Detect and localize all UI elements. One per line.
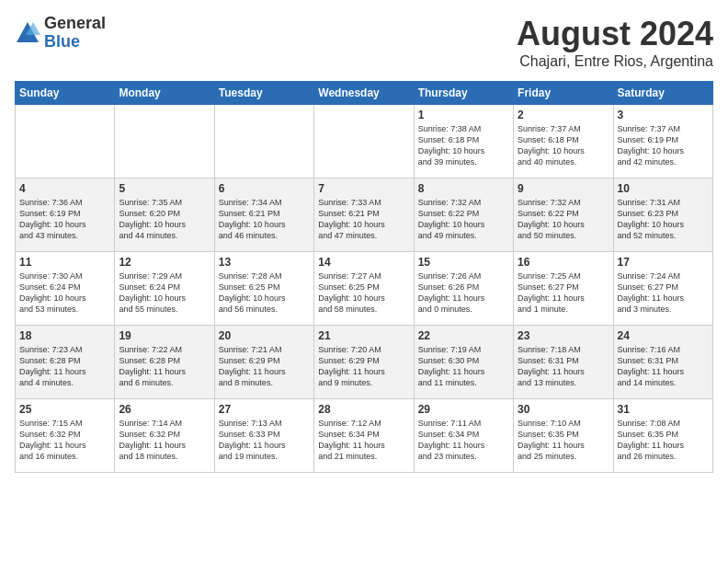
calendar-cell: 5Sunrise: 7:35 AM Sunset: 6:20 PM Daylig… bbox=[115, 178, 214, 252]
day-number: 25 bbox=[19, 403, 110, 416]
calendar-cell: 2Sunrise: 7:37 AM Sunset: 6:18 PM Daylig… bbox=[514, 105, 613, 178]
day-number: 9 bbox=[518, 182, 609, 195]
day-number: 1 bbox=[418, 109, 509, 121]
weekday-header-monday: Monday bbox=[115, 82, 214, 105]
day-number: 31 bbox=[618, 403, 709, 416]
calendar-cell bbox=[16, 105, 115, 178]
day-number: 26 bbox=[119, 403, 210, 416]
calendar-cell bbox=[115, 105, 214, 178]
cell-content: Sunrise: 7:20 AM Sunset: 6:29 PM Dayligh… bbox=[318, 344, 409, 389]
day-number: 28 bbox=[318, 403, 409, 416]
cell-content: Sunrise: 7:26 AM Sunset: 6:26 PM Dayligh… bbox=[418, 270, 509, 316]
weekday-header-thursday: Thursday bbox=[414, 82, 513, 105]
weekday-header-sunday: Sunday bbox=[16, 82, 115, 105]
calendar-cell: 27Sunrise: 7:13 AM Sunset: 6:33 PM Dayli… bbox=[214, 399, 313, 473]
cell-content: Sunrise: 7:12 AM Sunset: 6:34 PM Dayligh… bbox=[318, 418, 409, 463]
cell-content: Sunrise: 7:28 AM Sunset: 6:25 PM Dayligh… bbox=[219, 270, 310, 316]
calendar-cell: 23Sunrise: 7:18 AM Sunset: 6:31 PM Dayli… bbox=[514, 326, 613, 399]
calendar-cell: 7Sunrise: 7:33 AM Sunset: 6:21 PM Daylig… bbox=[314, 178, 414, 252]
calendar-cell: 26Sunrise: 7:14 AM Sunset: 6:32 PM Dayli… bbox=[115, 399, 214, 473]
calendar-cell bbox=[214, 105, 313, 178]
calendar-cell: 12Sunrise: 7:29 AM Sunset: 6:24 PM Dayli… bbox=[115, 252, 214, 326]
cell-content: Sunrise: 7:22 AM Sunset: 6:28 PM Dayligh… bbox=[119, 344, 210, 389]
cell-content: Sunrise: 7:18 AM Sunset: 6:31 PM Dayligh… bbox=[518, 344, 609, 389]
page-header: General Blue August 2024 Chajari, Entre … bbox=[15, 15, 713, 70]
day-number: 16 bbox=[518, 256, 609, 269]
calendar-cell: 6Sunrise: 7:34 AM Sunset: 6:21 PM Daylig… bbox=[214, 178, 313, 252]
day-number: 8 bbox=[418, 182, 509, 195]
cell-content: Sunrise: 7:33 AM Sunset: 6:21 PM Dayligh… bbox=[318, 197, 409, 242]
cell-content: Sunrise: 7:15 AM Sunset: 6:32 PM Dayligh… bbox=[19, 418, 110, 463]
cell-content: Sunrise: 7:30 AM Sunset: 6:24 PM Dayligh… bbox=[19, 270, 110, 316]
calendar-cell: 11Sunrise: 7:30 AM Sunset: 6:24 PM Dayli… bbox=[16, 252, 115, 326]
logo: General Blue bbox=[15, 15, 106, 52]
day-number: 22 bbox=[418, 329, 509, 342]
day-number: 4 bbox=[19, 182, 110, 195]
calendar-cell: 18Sunrise: 7:23 AM Sunset: 6:28 PM Dayli… bbox=[16, 326, 115, 399]
calendar-cell: 31Sunrise: 7:08 AM Sunset: 6:35 PM Dayli… bbox=[613, 399, 712, 473]
calendar-cell: 30Sunrise: 7:10 AM Sunset: 6:35 PM Dayli… bbox=[514, 399, 613, 473]
calendar-cell: 4Sunrise: 7:36 AM Sunset: 6:19 PM Daylig… bbox=[16, 178, 115, 252]
cell-content: Sunrise: 7:13 AM Sunset: 6:33 PM Dayligh… bbox=[219, 418, 310, 463]
logo-blue: Blue bbox=[44, 33, 106, 52]
day-number: 14 bbox=[318, 256, 409, 269]
day-number: 15 bbox=[418, 256, 509, 269]
logo-general: General bbox=[44, 15, 106, 33]
cell-content: Sunrise: 7:36 AM Sunset: 6:19 PM Dayligh… bbox=[19, 197, 110, 242]
calendar-cell: 15Sunrise: 7:26 AM Sunset: 6:26 PM Dayli… bbox=[414, 252, 513, 326]
cell-content: Sunrise: 7:31 AM Sunset: 6:23 PM Dayligh… bbox=[618, 197, 709, 242]
day-number: 6 bbox=[219, 182, 310, 195]
calendar-week-row: 1Sunrise: 7:38 AM Sunset: 6:18 PM Daylig… bbox=[16, 105, 713, 178]
logo-icon bbox=[15, 20, 40, 46]
day-number: 24 bbox=[618, 329, 709, 342]
cell-content: Sunrise: 7:24 AM Sunset: 6:27 PM Dayligh… bbox=[618, 270, 709, 316]
cell-content: Sunrise: 7:14 AM Sunset: 6:32 PM Dayligh… bbox=[119, 418, 210, 463]
calendar-cell bbox=[314, 105, 414, 178]
month-title: August 2024 bbox=[517, 15, 713, 53]
day-number: 5 bbox=[119, 182, 210, 195]
day-number: 2 bbox=[518, 109, 609, 121]
cell-content: Sunrise: 7:16 AM Sunset: 6:31 PM Dayligh… bbox=[618, 344, 709, 389]
calendar-cell: 28Sunrise: 7:12 AM Sunset: 6:34 PM Dayli… bbox=[314, 399, 414, 473]
weekday-header-wednesday: Wednesday bbox=[314, 82, 414, 105]
calendar-cell: 22Sunrise: 7:19 AM Sunset: 6:30 PM Dayli… bbox=[414, 326, 513, 399]
calendar-cell: 16Sunrise: 7:25 AM Sunset: 6:27 PM Dayli… bbox=[514, 252, 613, 326]
day-number: 20 bbox=[219, 329, 310, 342]
calendar-cell: 9Sunrise: 7:32 AM Sunset: 6:22 PM Daylig… bbox=[514, 178, 613, 252]
day-number: 12 bbox=[119, 256, 210, 269]
calendar-cell: 8Sunrise: 7:32 AM Sunset: 6:22 PM Daylig… bbox=[414, 178, 513, 252]
cell-content: Sunrise: 7:29 AM Sunset: 6:24 PM Dayligh… bbox=[119, 270, 210, 316]
day-number: 23 bbox=[518, 329, 609, 342]
cell-content: Sunrise: 7:11 AM Sunset: 6:34 PM Dayligh… bbox=[418, 418, 509, 463]
cell-content: Sunrise: 7:23 AM Sunset: 6:28 PM Dayligh… bbox=[19, 344, 110, 389]
day-number: 13 bbox=[219, 256, 310, 269]
calendar-table: SundayMondayTuesdayWednesdayThursdayFrid… bbox=[15, 81, 713, 473]
location-subtitle: Chajari, Entre Rios, Argentina bbox=[517, 53, 713, 70]
calendar-week-row: 11Sunrise: 7:30 AM Sunset: 6:24 PM Dayli… bbox=[16, 252, 713, 326]
cell-content: Sunrise: 7:08 AM Sunset: 6:35 PM Dayligh… bbox=[618, 418, 709, 463]
day-number: 30 bbox=[518, 403, 609, 416]
calendar-cell: 10Sunrise: 7:31 AM Sunset: 6:23 PM Dayli… bbox=[613, 178, 712, 252]
cell-content: Sunrise: 7:34 AM Sunset: 6:21 PM Dayligh… bbox=[219, 197, 310, 242]
weekday-header-saturday: Saturday bbox=[613, 82, 712, 105]
day-number: 18 bbox=[19, 329, 110, 342]
cell-content: Sunrise: 7:32 AM Sunset: 6:22 PM Dayligh… bbox=[418, 197, 509, 242]
cell-content: Sunrise: 7:38 AM Sunset: 6:18 PM Dayligh… bbox=[418, 123, 509, 168]
calendar-cell: 14Sunrise: 7:27 AM Sunset: 6:25 PM Dayli… bbox=[314, 252, 414, 326]
day-number: 29 bbox=[418, 403, 509, 416]
day-number: 21 bbox=[318, 329, 409, 342]
day-number: 19 bbox=[119, 329, 210, 342]
calendar-cell: 19Sunrise: 7:22 AM Sunset: 6:28 PM Dayli… bbox=[115, 326, 214, 399]
cell-content: Sunrise: 7:25 AM Sunset: 6:27 PM Dayligh… bbox=[518, 270, 609, 316]
calendar-cell: 13Sunrise: 7:28 AM Sunset: 6:25 PM Dayli… bbox=[214, 252, 313, 326]
calendar-cell: 21Sunrise: 7:20 AM Sunset: 6:29 PM Dayli… bbox=[314, 326, 414, 399]
cell-content: Sunrise: 7:27 AM Sunset: 6:25 PM Dayligh… bbox=[318, 270, 409, 316]
cell-content: Sunrise: 7:32 AM Sunset: 6:22 PM Dayligh… bbox=[518, 197, 609, 242]
calendar-cell: 25Sunrise: 7:15 AM Sunset: 6:32 PM Dayli… bbox=[16, 399, 115, 473]
calendar-cell: 29Sunrise: 7:11 AM Sunset: 6:34 PM Dayli… bbox=[414, 399, 513, 473]
calendar-week-row: 18Sunrise: 7:23 AM Sunset: 6:28 PM Dayli… bbox=[16, 326, 713, 399]
weekday-header-friday: Friday bbox=[514, 82, 613, 105]
calendar-cell: 3Sunrise: 7:37 AM Sunset: 6:19 PM Daylig… bbox=[613, 105, 712, 178]
calendar-cell: 24Sunrise: 7:16 AM Sunset: 6:31 PM Dayli… bbox=[613, 326, 712, 399]
day-number: 11 bbox=[19, 256, 110, 269]
